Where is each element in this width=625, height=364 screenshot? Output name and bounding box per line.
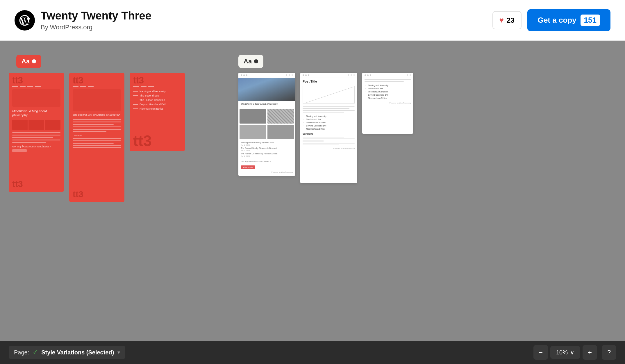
style-badge-text: Aa (22, 58, 30, 65)
wc2-diagonal-box (303, 86, 355, 104)
bottom-toolbar: Page: ✓ Style Variations (Selected) ▾ − … (0, 341, 625, 364)
header-actions: ♥ 23 Get a copy 151 (492, 9, 610, 31)
heart-icon: ♥ (499, 16, 504, 25)
wordpress-logo (15, 10, 35, 31)
get-copy-count: 151 (581, 15, 600, 26)
red-card-1[interactable]: tt3 Mindblown: a blog about philosophy. (9, 73, 64, 192)
wc2-post-title: Post Title (300, 78, 357, 84)
get-copy-button[interactable]: Get a copy 151 (527, 9, 610, 31)
zoom-in-button[interactable]: + (583, 345, 597, 360)
like-count: 23 (507, 16, 515, 24)
zoom-out-button[interactable]: − (533, 345, 548, 360)
card1-hero (12, 89, 60, 107)
card1-footer: tt3 (12, 179, 23, 189)
card2-tt3-header: tt3 (73, 76, 121, 85)
white-card-1[interactable]: Mindblown: a blog about philosophy. Nami… (238, 73, 295, 176)
white-card-3[interactable]: → Naming and Necessity → The Second Sex … (362, 73, 413, 134)
left-style-badge[interactable]: Aa (16, 55, 41, 68)
style-badge-dot (32, 59, 36, 63)
card3-tt3-header: tt3 (133, 76, 181, 85)
card1-nav (12, 86, 60, 87)
card1-tt3-header: tt3 (12, 76, 60, 85)
preview-canvas: Aa Aa tt3 Mindblown: a blog about philos… (0, 41, 625, 341)
like-button[interactable]: ♥ 23 (492, 11, 522, 29)
card2-nav (73, 86, 121, 87)
page-value: Style Variations (Selected) (41, 349, 114, 356)
theme-author: By WordPress.org (41, 24, 151, 31)
white-card-2[interactable]: Post Title → Naming and Necessity (300, 73, 357, 183)
card1-blog-title: Mindblown: a blog about philosophy. (12, 109, 60, 117)
page-check-icon: ✓ (33, 349, 38, 356)
theme-title: Twenty Twenty Three (41, 9, 151, 23)
get-copy-label: Get a copy (538, 16, 576, 25)
svg-line-0 (303, 86, 354, 103)
card2-hero (73, 89, 121, 111)
question-mark-icon: ? (607, 349, 611, 356)
page-selector[interactable]: Page: ✓ Style Variations (Selected) ▾ (9, 346, 125, 359)
card2-footer: tt3 (73, 189, 83, 199)
wc1-hero (238, 78, 295, 101)
wc1-header (238, 73, 295, 78)
theme-info: Twenty Twenty Three By WordPress.org (41, 9, 151, 31)
card3-nav (133, 86, 181, 87)
plus-icon: + (588, 348, 592, 356)
right-style-badge-text: Aa (244, 58, 252, 65)
page-label: Page: (14, 349, 29, 356)
wc3-header (362, 73, 413, 78)
chevron-down-icon: ▾ (117, 349, 120, 356)
wc1-photo-grid (238, 108, 295, 140)
zoom-controls: − 10% ∨ + ? (533, 345, 616, 360)
zoom-percent: 10% (556, 349, 568, 356)
header-left: Twenty Twenty Three By WordPress.org (15, 9, 151, 31)
red-card-3[interactable]: tt3 Naming and Necessity The Second Sex (130, 73, 185, 151)
zoom-chevron-icon: ∨ (570, 349, 574, 356)
red-preview-section: tt3 Mindblown: a blog about philosophy. (9, 73, 185, 202)
minus-icon: − (539, 348, 543, 356)
white-preview-section: Mindblown: a blog about philosophy. Nami… (238, 73, 413, 183)
help-button[interactable]: ? (602, 345, 616, 360)
right-style-badge[interactable]: Aa (238, 55, 263, 68)
wc2-header (300, 73, 357, 78)
zoom-value-selector[interactable]: 10% ∨ (550, 346, 580, 359)
red-card-2[interactable]: tt3 The Second Sex by Simone de Beauvoir… (69, 73, 124, 202)
header: Twenty Twenty Three By WordPress.org ♥ 2… (0, 0, 625, 41)
right-style-badge-dot (254, 59, 258, 63)
